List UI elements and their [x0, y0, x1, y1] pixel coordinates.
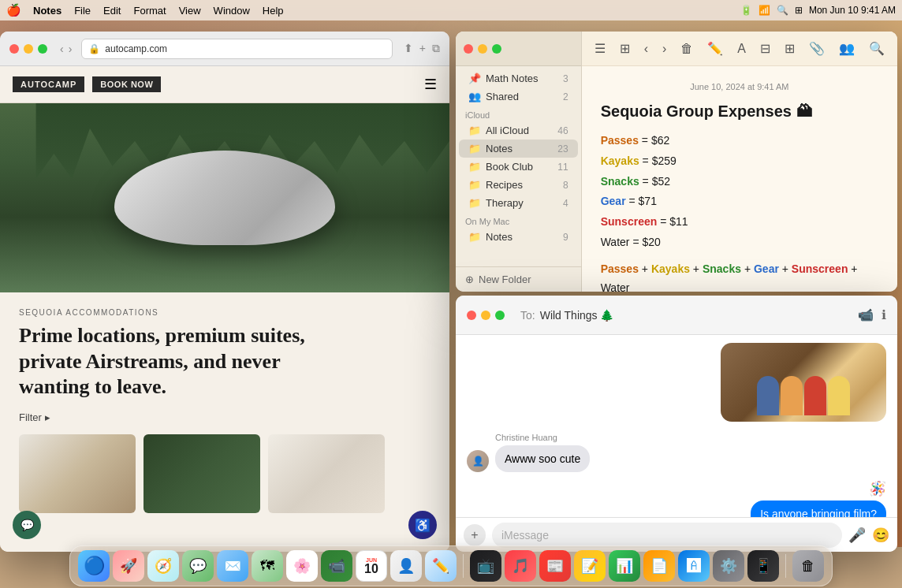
christine-avatar: 👤: [467, 450, 489, 472]
notes-sidebar: 📌 Math Notes 3 👥 Shared 2 iCloud 📁 All i…: [456, 32, 582, 292]
hamburger-menu[interactable]: ☰: [424, 76, 437, 93]
format-options-button[interactable]: ⊟: [757, 39, 773, 58]
thumbnail-3[interactable]: [268, 434, 385, 513]
dock-contacts[interactable]: 👤: [390, 550, 422, 582]
notes-all-icloud[interactable]: 📁 All iCloud 46: [459, 121, 578, 140]
note-content[interactable]: June 10, 2024 at 9:41 AM Sequoia Group E…: [582, 66, 897, 292]
messages-body: 👤 Christine Huang Awww soo cute 🪅 Is any…: [456, 335, 897, 517]
video-call-icon[interactable]: 📹: [858, 307, 874, 322]
book-club-label: Book Club: [486, 161, 533, 173]
search-icon[interactable]: 🔍: [777, 5, 788, 16]
font-size-button[interactable]: A: [734, 40, 749, 58]
thumbnail-2[interactable]: [144, 434, 260, 513]
dock-freeform[interactable]: ✏️: [425, 550, 457, 582]
menubar-edit[interactable]: Edit: [98, 3, 126, 18]
filter-row[interactable]: Filter ▸: [19, 411, 430, 423]
notes-minimize-button[interactable]: [478, 44, 487, 54]
dock-launchpad[interactable]: 🚀: [113, 550, 144, 582]
delete-note-button[interactable]: 🗑: [677, 40, 696, 58]
msg-minimize-button[interactable]: [481, 311, 490, 320]
dock-pages[interactable]: 📄: [643, 550, 675, 582]
book-now-button[interactable]: BOOK NOW: [92, 76, 161, 92]
dock-finder[interactable]: 🔵: [78, 550, 110, 582]
dock-sysprefs[interactable]: ⚙️: [713, 550, 744, 582]
share-button[interactable]: 👥: [836, 39, 858, 58]
menubar-file[interactable]: File: [69, 3, 96, 18]
back-button[interactable]: ‹: [60, 43, 64, 55]
dock-trash[interactable]: 🗑: [792, 550, 824, 582]
new-note-button[interactable]: ✏️: [704, 39, 726, 58]
filter-label: Filter: [19, 411, 42, 423]
control-center-icon[interactable]: ⊞: [795, 5, 803, 16]
attachment-button[interactable]: 📎: [806, 39, 828, 58]
dock-maps[interactable]: 🗺: [252, 550, 283, 582]
notes-maximize-button[interactable]: [492, 44, 501, 54]
dock-iphone-mirroring[interactable]: 📱: [747, 550, 779, 582]
notes-math-notes[interactable]: 📌 Math Notes 3: [459, 69, 578, 87]
notes-folder-notes[interactable]: 📁 Notes 23: [459, 140, 578, 158]
dock-calendar[interactable]: JUN 10: [356, 550, 387, 582]
new-tab-icon[interactable]: +: [419, 42, 426, 55]
tab-overview-icon[interactable]: ⧉: [432, 42, 440, 55]
notes-on-mac[interactable]: 📁 Notes 9: [459, 228, 578, 246]
section-label: SEQUOIA ACCOMMODATIONS: [19, 308, 430, 317]
maximize-button[interactable]: [38, 44, 47, 54]
chat-button[interactable]: 💬: [13, 511, 41, 539]
menubar-help[interactable]: Help: [257, 3, 289, 18]
passes-label: Passes: [601, 134, 639, 147]
search-button[interactable]: 🔍: [866, 39, 888, 58]
add-attachment-button[interactable]: +: [464, 524, 486, 546]
share-icon[interactable]: ⬆: [404, 42, 413, 55]
minimize-button[interactable]: [24, 44, 33, 54]
folder-icon: 📁: [468, 125, 481, 136]
note-title: Sequoia Group Expenses 🏔: [601, 102, 878, 121]
back-nav-button[interactable]: ‹: [641, 40, 651, 58]
dock-tv[interactable]: 📺: [470, 550, 501, 582]
shared-count: 2: [563, 91, 568, 102]
dock-news[interactable]: 📰: [539, 550, 571, 582]
sunscreen-val: $11: [669, 215, 688, 228]
notes-book-club[interactable]: 📁 Book Club 11: [459, 158, 578, 176]
apple-menu[interactable]: 🍎: [6, 3, 21, 17]
therapy-count: 4: [563, 198, 568, 209]
dock-numbers[interactable]: 📊: [609, 550, 640, 582]
menubar-view[interactable]: View: [173, 3, 207, 18]
menubar-window[interactable]: Window: [208, 3, 255, 18]
msg-maximize-button[interactable]: [495, 311, 505, 320]
forward-button[interactable]: ›: [69, 43, 73, 55]
menubar-format[interactable]: Format: [128, 3, 171, 18]
shared-label: Shared: [486, 91, 519, 102]
table-button[interactable]: ⊞: [781, 39, 798, 58]
url-bar[interactable]: 🔒 autocamp.com: [81, 39, 392, 59]
sidebar-toggle-button[interactable]: ☰: [591, 39, 609, 58]
dock-facetime[interactable]: 📹: [321, 550, 352, 582]
dock-notes[interactable]: 📝: [574, 550, 606, 582]
dock-safari[interactable]: 🧭: [147, 550, 179, 582]
notes-therapy[interactable]: 📁 Therapy 4: [459, 194, 578, 212]
close-button[interactable]: [9, 44, 19, 54]
audio-input-icon[interactable]: 🎤: [848, 527, 866, 544]
menubar-app-name[interactable]: Notes: [28, 3, 67, 18]
snacks-eq: =: [643, 175, 652, 188]
thumbnail-1[interactable]: [19, 434, 136, 513]
accessibility-button[interactable]: ♿: [408, 511, 437, 539]
math-notes-count: 3: [563, 73, 568, 84]
notes-shared[interactable]: 👥 Shared 2: [459, 87, 578, 106]
info-icon[interactable]: ℹ: [882, 307, 886, 322]
dock-mail[interactable]: ✉️: [217, 550, 248, 582]
notes-recipes[interactable]: 📁 Recipes 8: [459, 176, 578, 194]
grid-view-button[interactable]: ⊞: [617, 39, 633, 58]
dock-messages[interactable]: 💬: [182, 550, 214, 582]
dock-music[interactable]: 🎵: [505, 550, 536, 582]
dock-photos[interactable]: 🌸: [286, 550, 318, 582]
gear-eq: =: [628, 195, 638, 207]
forward-nav-button[interactable]: ›: [659, 40, 669, 58]
dock-appstore[interactable]: 🅰: [678, 550, 710, 582]
msg-close-button[interactable]: [467, 311, 476, 320]
new-folder-button[interactable]: ⊕ New Folder: [456, 266, 581, 292]
imessage-input[interactable]: iMessage: [492, 523, 842, 548]
emoji-button[interactable]: 😊: [872, 527, 889, 544]
notes-close-button[interactable]: [464, 44, 473, 54]
airstream-illustration: [114, 151, 335, 245]
formula-row: Passes + Kayaks + Snacks + Gear + Sunscr…: [601, 260, 878, 292]
